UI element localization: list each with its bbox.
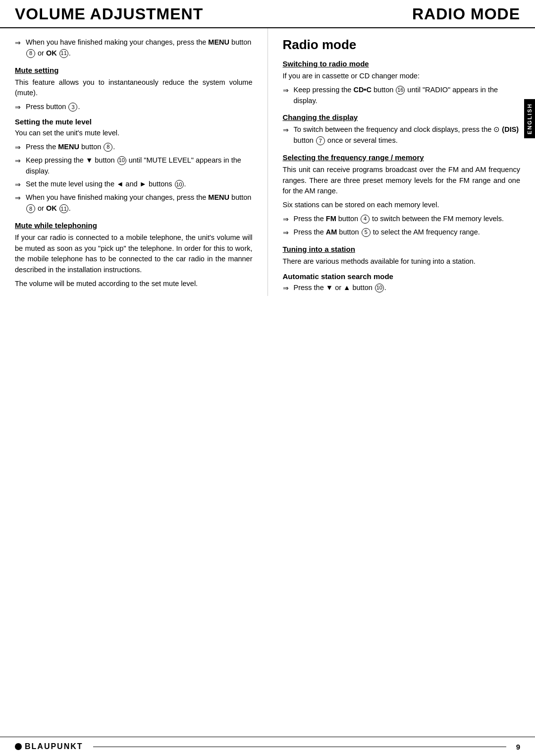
switching-bullet-1: ⇒ Keep pressing the CD•C button 16 until… (283, 85, 521, 107)
mute-level-bullet-3: ⇒ Set the mute level using the ◄ and ► b… (15, 179, 253, 190)
mute-level-text-1: Press the MENU button 8. (26, 142, 253, 153)
selecting-frequency-title: Selecting the frequency range / memory (283, 153, 521, 162)
auto-search-bullet-1: ⇒ Press the ▼ or ▲ button 10. (283, 283, 521, 293)
changing-display-text-1: To switch between the frequency and cloc… (294, 124, 521, 146)
arrow-icon: ⇒ (15, 193, 26, 203)
footer-divider (93, 747, 506, 747)
main-content: ⇒ When you have finished making your cha… (0, 28, 535, 296)
changing-display-bullet-1: ⇒ To switch between the frequency and cl… (283, 124, 521, 146)
mute-setting-body: This feature allows you to instantaneous… (15, 77, 253, 99)
tuning-body: There are various methods available for … (283, 256, 521, 267)
logo-text: BLAUPUNKT (25, 742, 83, 751)
mute-setting-title: Mute setting (15, 66, 253, 74)
selecting-frequency-text-2: Press the AM button 5 to select the AM f… (294, 227, 521, 238)
arrow-icon: ⇒ (15, 102, 26, 113)
brand-logo: BLAUPUNKT (15, 742, 83, 751)
page-footer: BLAUPUNKT 9 (0, 737, 535, 756)
arrow-icon: ⇒ (283, 85, 294, 96)
mute-level-bullet-4: ⇒ When you have finished making your cha… (15, 192, 253, 214)
arrow-icon: ⇒ (283, 214, 294, 225)
setting-mute-level-body: You can set the unit's mute level. (15, 128, 253, 139)
selecting-frequency-body2: Six stations can be stored on each memor… (283, 200, 521, 211)
arrow-icon: ⇒ (283, 228, 294, 238)
page-number: 9 (516, 743, 520, 751)
setting-mute-level-title: Setting the mute level (15, 117, 253, 126)
mute-level-bullet-1: ⇒ Press the MENU button 8. (15, 142, 253, 153)
mute-telephoning-body2: The volume will be muted according to th… (15, 279, 253, 290)
arrow-icon: ⇒ (15, 38, 26, 48)
language-tab: ENGLISH (524, 99, 535, 138)
radio-mode-title: Radio mode (283, 37, 521, 53)
mute-telephoning-body1: If your car radio is connected to a mobi… (15, 233, 253, 276)
selecting-frequency-body1: This unit can receive programs broadcast… (283, 165, 521, 197)
tuning-title: Tuning into a station (283, 245, 521, 253)
left-column: ⇒ When you have finished making your cha… (15, 28, 268, 296)
arrow-icon: ⇒ (15, 179, 26, 190)
auto-search-title: Automatic station search mode (283, 272, 521, 281)
page-header: Volume Adjustment Radio Mode (0, 0, 535, 28)
switching-text-1: Keep pressing the CD•C button 16 until "… (294, 85, 521, 107)
mute-level-text-3: Set the mute level using the ◄ and ► but… (26, 179, 253, 190)
header-right-title: Radio Mode (268, 5, 520, 23)
selecting-frequency-text-1: Press the FM button 4 to switch between … (294, 214, 521, 225)
changing-display-title: Changing the display (283, 113, 521, 121)
arrow-icon: ⇒ (283, 283, 294, 293)
intro-bullet: ⇒ When you have finished making your cha… (15, 37, 253, 59)
header-left-title: Volume Adjustment (15, 5, 268, 23)
mute-press-text: Press button 3. (26, 102, 253, 113)
switching-title: Switching to radio mode (283, 59, 521, 68)
mute-level-bullet-2: ⇒ Keep pressing the ▼ button 10 until "M… (15, 155, 253, 177)
arrow-icon: ⇒ (15, 142, 26, 153)
arrow-icon: ⇒ (15, 156, 26, 166)
switching-body: If you are in cassette or CD changer mod… (283, 71, 521, 82)
right-column: Radio mode Switching to radio mode If yo… (268, 28, 521, 296)
mute-press-bullet: ⇒ Press button 3. (15, 102, 253, 113)
logo-dot (15, 743, 22, 750)
selecting-frequency-bullet-1: ⇒ Press the FM button 4 to switch betwee… (283, 214, 521, 225)
arrow-icon: ⇒ (283, 125, 294, 135)
intro-bullet-text: When you have finished making your chang… (26, 37, 253, 59)
mute-telephoning-title: Mute while telephoning (15, 221, 253, 230)
selecting-frequency-bullet-2: ⇒ Press the AM button 5 to select the AM… (283, 227, 521, 238)
mute-level-text-2: Keep pressing the ▼ button 10 until "MUT… (26, 155, 253, 177)
mute-level-text-4: When you have finished making your chang… (26, 192, 253, 214)
auto-search-text-1: Press the ▼ or ▲ button 10. (294, 283, 521, 293)
